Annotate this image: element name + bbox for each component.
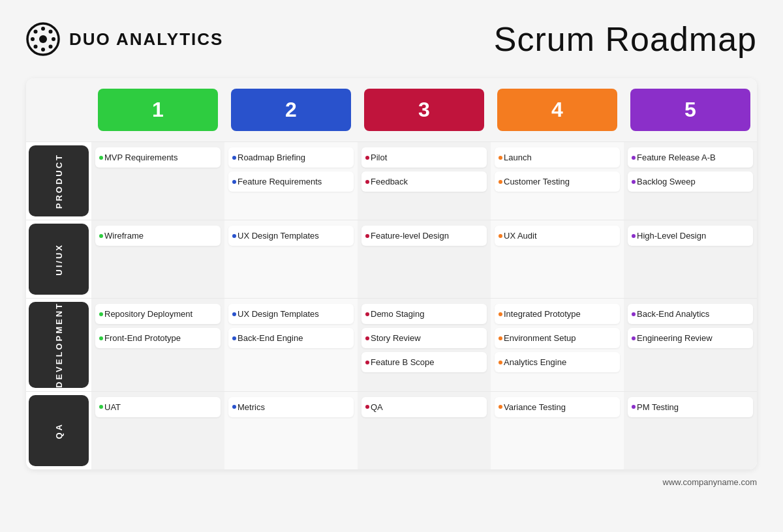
dev-sprint-5: Back-End Analytics Engineering Review <box>624 299 757 391</box>
qa-sprint-2: Metrics <box>224 392 358 469</box>
task-card: Feature B Scope <box>361 352 487 372</box>
sprint-1-header: 1 <box>98 89 218 131</box>
product-label: PRODUCT <box>54 153 64 209</box>
task-card: Environment Setup <box>495 328 620 348</box>
task-card: UX Design Templates <box>228 304 354 324</box>
dev-sprint-4: Integrated Prototype Environment Setup A… <box>491 299 624 391</box>
sprint-2-header: 2 <box>231 89 351 131</box>
product-sprint-5: Feature Release A-B Backlog Sweep <box>624 142 757 220</box>
task-card: Back-End Analytics <box>628 304 753 324</box>
dev-label: DEVELOPMENT <box>54 302 64 388</box>
sprint-2-header-wrap: 2 <box>224 78 358 141</box>
qa-label-cell: QA <box>29 395 89 466</box>
task-card: PM Testing <box>628 397 753 417</box>
product-sprint-1: MVP Requirements <box>91 142 224 220</box>
qa-sprint-5: PM Testing <box>624 392 757 469</box>
qa-section-row: QA UAT Metrics QA Variance Testing PM Te… <box>26 391 757 469</box>
logo-area: DUO ANALYTICS <box>26 22 223 56</box>
task-card: Feature Release A-B <box>628 147 753 168</box>
task-card: Wireframe <box>95 226 221 246</box>
header-spacer <box>26 78 91 141</box>
task-card: Feedback <box>361 171 487 192</box>
roadmap-grid: 1 2 3 4 5 PRODUCT MVP Requirements Roadm… <box>26 78 757 469</box>
task-card: Roadmap Briefing <box>228 147 354 168</box>
task-card: Metrics <box>228 397 354 417</box>
uiux-label-cell: UI/UX <box>29 224 89 295</box>
qa-label: QA <box>54 422 64 439</box>
task-card: Repository Deployment <box>95 304 221 324</box>
page-title: Scrum Roadmap <box>494 20 757 59</box>
task-card: Variance Testing <box>495 397 620 417</box>
svg-point-1 <box>39 35 47 43</box>
task-card: Integrated Prototype <box>495 304 620 324</box>
task-card: High-Level Design <box>628 226 753 246</box>
sprint-4-header: 4 <box>497 89 617 131</box>
task-card: Feature-level Design <box>361 226 487 246</box>
uiux-section-row: UI/UX Wireframe UX Design Templates Feat… <box>26 220 757 298</box>
website-url: www.companyname.com <box>663 477 758 487</box>
svg-point-2 <box>41 27 45 31</box>
product-sprint-3: Pilot Feedback <box>358 142 491 220</box>
uiux-label: UI/UX <box>54 243 64 276</box>
footer: www.companyname.com <box>26 477 757 487</box>
task-card: Pilot <box>361 147 487 168</box>
task-card: Engineering Review <box>628 328 753 348</box>
svg-point-8 <box>49 30 53 34</box>
sprint-header-row: 1 2 3 4 5 <box>26 78 757 141</box>
sprint-3-header: 3 <box>364 89 484 131</box>
sprint-5-header: 5 <box>630 89 750 131</box>
dev-section-row: DEVELOPMENT Repository Deployment Front-… <box>26 298 757 391</box>
sprint-3-header-wrap: 3 <box>358 78 491 141</box>
sprint-4-header-wrap: 4 <box>491 78 624 141</box>
product-section-row: PRODUCT MVP Requirements Roadmap Briefin… <box>26 141 757 220</box>
dev-label-cell: DEVELOPMENT <box>29 302 89 388</box>
product-sprint-2: Roadmap Briefing Feature Requirements <box>224 142 358 220</box>
task-card: Story Review <box>361 328 487 348</box>
task-card: Backlog Sweep <box>628 171 753 192</box>
qa-sprint-1: UAT <box>91 392 224 469</box>
task-card: Back-End Engine <box>228 328 354 348</box>
task-card: UX Audit <box>495 226 620 246</box>
task-card: Demo Staging <box>361 304 487 324</box>
uiux-sprint-3: Feature-level Design <box>358 220 491 298</box>
svg-point-3 <box>41 48 45 52</box>
dev-sprint-1: Repository Deployment Front-End Prototyp… <box>91 299 224 391</box>
svg-point-6 <box>34 30 38 34</box>
task-card: MVP Requirements <box>95 147 221 168</box>
svg-point-9 <box>34 45 38 49</box>
task-card: UAT <box>95 397 221 417</box>
uiux-sprint-2: UX Design Templates <box>224 220 358 298</box>
task-card: QA <box>361 397 487 417</box>
product-label-cell: PRODUCT <box>29 145 89 216</box>
svg-point-4 <box>31 37 35 41</box>
qa-sprint-4: Variance Testing <box>491 392 624 469</box>
dev-sprint-2: UX Design Templates Back-End Engine <box>224 299 358 391</box>
uiux-sprint-1: Wireframe <box>91 220 224 298</box>
sprint-1-header-wrap: 1 <box>91 78 224 141</box>
logo-icon <box>26 22 60 56</box>
sprint-5-header-wrap: 5 <box>624 78 757 141</box>
uiux-sprint-4: UX Audit <box>491 220 624 298</box>
task-card: UX Design Templates <box>228 226 354 246</box>
dev-sprint-3: Demo Staging Story Review Feature B Scop… <box>358 299 491 391</box>
task-card: Analytics Engine <box>495 352 620 372</box>
uiux-sprint-5: High-Level Design <box>624 220 757 298</box>
task-card: Customer Testing <box>495 171 620 192</box>
task-card: Front-End Prototype <box>95 328 221 348</box>
logo-text: DUO ANALYTICS <box>69 29 223 50</box>
task-card: Launch <box>495 147 620 168</box>
qa-sprint-3: QA <box>358 392 491 469</box>
task-card: Feature Requirements <box>228 171 354 192</box>
svg-point-5 <box>52 37 55 41</box>
svg-point-7 <box>49 45 53 49</box>
product-sprint-4: Launch Customer Testing <box>491 142 624 220</box>
